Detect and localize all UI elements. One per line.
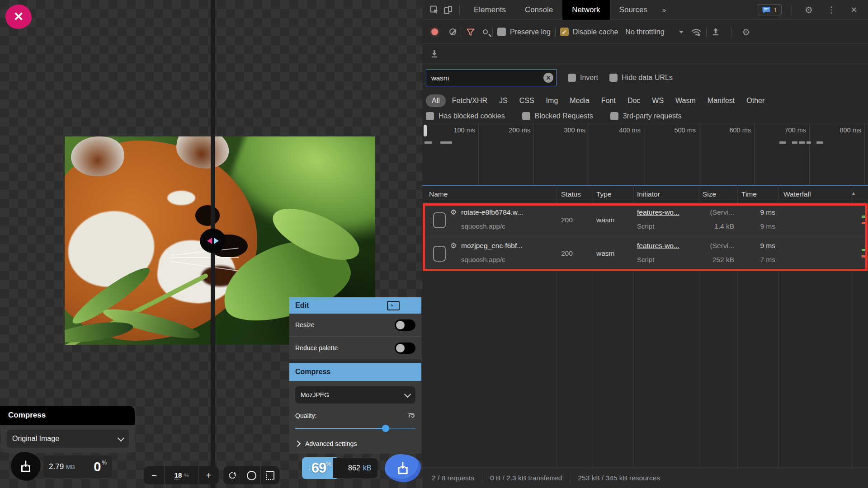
rotate-button[interactable] — [223, 466, 242, 484]
type-filter-fetch-xhr[interactable]: Fetch/XHR — [448, 94, 491, 107]
zoom-level[interactable]: 18 % — [164, 466, 198, 484]
third-party-requests-label[interactable]: 3rd-party requests — [623, 112, 682, 120]
slider-thumb[interactable] — [382, 425, 389, 432]
type-filter-img[interactable]: Img — [542, 94, 562, 107]
type-filter-doc[interactable]: Doc — [623, 94, 644, 107]
feedback-button[interactable]: 1 — [758, 4, 782, 15]
request-name[interactable]: mozjpeg_enc-f6bf... — [461, 242, 523, 250]
toggle-background-button[interactable] — [260, 466, 279, 484]
savings-unit: % — [326, 460, 331, 467]
timeline-grip[interactable] — [424, 125, 427, 136]
request-row[interactable]: ⚙ rotate-e8fb6784.w... squoosh.app/c 200… — [422, 204, 868, 237]
settings-gear-icon[interactable]: ⚙ — [802, 3, 816, 17]
device-toolbar-icon[interactable] — [441, 3, 455, 17]
more-tabs-button[interactable]: » — [657, 0, 671, 20]
quality-value[interactable]: 75 — [406, 412, 415, 419]
type-filter-all[interactable]: All — [426, 94, 446, 107]
waterfall-bar-red — [862, 222, 866, 224]
column-header-type[interactable]: Type — [596, 190, 612, 198]
column-header-time[interactable]: Time — [741, 190, 757, 198]
throttling-caret-icon[interactable] — [679, 31, 684, 36]
import-har-icon[interactable] — [711, 28, 720, 37]
tab-network[interactable]: Network — [562, 0, 609, 20]
timeline-overview: 100 ms 200 ms 300 ms 400 ms 500 ms 600 m… — [422, 123, 868, 185]
type-filter-other[interactable]: Other — [742, 94, 769, 107]
zoom-in-button[interactable]: + — [198, 466, 219, 484]
inspect-element-icon[interactable] — [428, 3, 441, 17]
tab-sources[interactable]: Sources — [610, 0, 657, 20]
hide-data-urls-label[interactable]: Hide data URLs — [622, 74, 673, 82]
kebab-menu-icon[interactable]: ⋮ — [825, 3, 838, 17]
type-filter-manifest[interactable]: Manifest — [703, 94, 739, 107]
column-header-name[interactable]: Name — [429, 190, 448, 198]
advanced-settings-label: Advanced settings — [305, 440, 357, 447]
type-filter-ws[interactable]: WS — [648, 94, 668, 107]
toggle-alpha-button[interactable] — [242, 466, 261, 484]
row-checkbox[interactable] — [433, 212, 446, 228]
record-button[interactable] — [431, 28, 438, 35]
cli-command-icon[interactable]: >_ — [387, 301, 400, 310]
column-header-size[interactable]: Size — [703, 190, 716, 198]
preserve-log-checkbox[interactable] — [497, 28, 506, 36]
original-size-value: 2.79 — [49, 462, 64, 471]
download-original-wrap — [4, 452, 41, 481]
tab-elements[interactable]: Elements — [464, 0, 515, 20]
copy-across-icon[interactable] — [404, 303, 415, 308]
zoom-value[interactable]: 18 — [174, 471, 183, 479]
hide-data-urls-checkbox[interactable] — [609, 74, 618, 82]
clear-filter-icon[interactable]: ✕ — [543, 73, 553, 83]
codec-select[interactable]: MozJPEG — [295, 386, 415, 404]
request-initiator-link[interactable]: features-wo... — [637, 242, 679, 250]
split-drag-handle[interactable] — [200, 229, 226, 253]
tab-console[interactable]: Console — [515, 0, 562, 20]
request-type: wasm — [596, 216, 614, 224]
blocked-requests-label[interactable]: Blocked Requests — [535, 112, 593, 120]
has-blocked-cookies-checkbox[interactable] — [426, 112, 434, 120]
clear-requests-icon[interactable] — [449, 28, 456, 35]
split-arrow-right-icon — [214, 238, 219, 244]
throttling-select[interactable]: No throttling — [625, 28, 664, 36]
invert-checkbox[interactable] — [568, 74, 576, 82]
filter-funnel-icon[interactable] — [466, 27, 476, 37]
advanced-settings-row[interactable]: Advanced settings — [295, 440, 415, 447]
invert-label[interactable]: Invert — [580, 74, 598, 82]
reduce-palette-toggle[interactable] — [395, 343, 415, 354]
close-devtools-icon[interactable]: ✕ — [847, 3, 861, 17]
column-header-waterfall[interactable]: Waterfall — [783, 190, 811, 198]
request-name[interactable]: rotate-e8fb6784.w... — [461, 208, 523, 216]
download-original-button[interactable] — [11, 452, 41, 481]
request-row[interactable]: ⚙ mozjpeg_enc-f6bf... squoosh.app/c 200 … — [422, 237, 868, 271]
preserve-log-label[interactable]: Preserve log — [510, 28, 551, 36]
blocked-requests-checkbox[interactable] — [522, 112, 530, 120]
has-blocked-cookies-label[interactable]: Has blocked cookies — [439, 112, 505, 120]
type-filter-css[interactable]: CSS — [515, 94, 538, 107]
download-compressed-button[interactable] — [385, 454, 421, 482]
filter-input[interactable] — [426, 69, 557, 86]
network-conditions-icon[interactable] — [691, 27, 702, 37]
type-filter-js[interactable]: JS — [495, 94, 512, 107]
network-status-bar: 2 / 8 requests 0 B / 2.3 kB transferred … — [422, 468, 868, 488]
type-filter-font[interactable]: Font — [597, 94, 620, 107]
zoom-out-button[interactable]: − — [144, 466, 164, 484]
disable-cache-label[interactable]: Disable cache — [573, 28, 618, 36]
row-checkbox[interactable] — [433, 246, 446, 262]
type-filter-media[interactable]: Media — [566, 94, 594, 107]
quality-slider[interactable] — [295, 425, 415, 432]
savings-percent: 69 — [311, 460, 326, 476]
filter-row: ✕ Invert Hide data URLs — [422, 64, 868, 91]
type-filter-wasm[interactable]: Wasm — [671, 94, 700, 107]
disable-cache-checkbox[interactable]: ✓ — [560, 28, 569, 36]
original-panel-header: Compress — [0, 406, 135, 425]
column-header-initiator[interactable]: Initiator — [637, 190, 660, 198]
request-path: squoosh.app/c — [461, 222, 505, 230]
close-image-button[interactable]: ✕ — [5, 5, 32, 29]
resize-toggle[interactable] — [395, 319, 415, 331]
export-har-icon[interactable] — [430, 50, 439, 59]
panel-divider — [289, 359, 421, 363]
column-header-status[interactable]: Status — [561, 190, 581, 198]
search-icon[interactable] — [483, 29, 488, 34]
network-settings-gear-icon[interactable]: ⚙ — [742, 27, 750, 38]
original-option-select[interactable]: Original Image — [7, 430, 129, 448]
third-party-requests-checkbox[interactable] — [610, 112, 618, 120]
request-initiator-link[interactable]: features-wo... — [637, 208, 679, 216]
